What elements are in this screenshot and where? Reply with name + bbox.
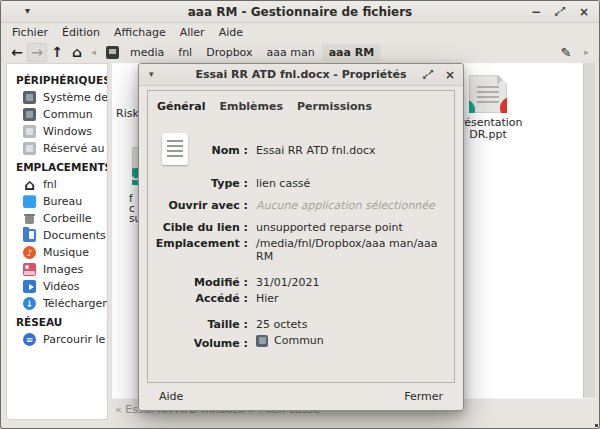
sidebar-item-reserve-au-syst[interactable]: Réservé au syst... <box>7 140 107 157</box>
sidebar-item-label: Windows <box>43 125 92 138</box>
dialog-maximize-button[interactable]: ↗↙ <box>421 68 435 82</box>
vertical-scrollbar[interactable] <box>583 63 595 398</box>
sidebar-header-peripheriques: PÉRIPHÉRIQUES <box>7 70 107 89</box>
sidebar-header-reseau: RÉSEAU <box>7 312 107 331</box>
forward-button[interactable]: → <box>27 43 47 62</box>
field-value-text: lien cassé <box>256 177 310 190</box>
home-icon: ⌂ <box>23 178 36 191</box>
field-row-volume: Volume :Commun <box>154 334 448 350</box>
help-button[interactable]: Aide <box>149 386 193 407</box>
dialog-title: Essai RR ATD fnl.docx - Propriétés <box>139 68 463 81</box>
close-dialog-button[interactable]: Fermer <box>394 386 453 407</box>
field-label-type: Type : <box>154 177 256 190</box>
sidebar-item-corbeille[interactable]: Corbeille <box>7 210 107 227</box>
sidebar-header-emplacements: EMPLACEMENTS <box>7 157 107 176</box>
breadcrumb-aaa-man[interactable]: aaa man <box>260 44 322 61</box>
field-value-size: 25 octets <box>256 318 307 331</box>
dialog-fields: Nom :Essai RR ATD fnl.docxType :lien cas… <box>148 118 454 350</box>
dialog-menu-icon[interactable]: ▾ <box>149 69 154 79</box>
field-row-link-target: Cible du lien :unsupported reparse point <box>154 221 448 234</box>
field-label-volume: Volume : <box>154 337 256 350</box>
sidebar-item-label: Réservé au syst... <box>43 142 107 155</box>
window-titlebar: ▾ aaa RM - Gestionnaire de fichiers − ↗↙… <box>1 1 599 23</box>
sidebar-item-label: Bureau <box>43 195 82 208</box>
restore-icon: ↗↙ <box>554 6 566 18</box>
network-icon: ≡ <box>23 333 36 346</box>
breadcrumb-media[interactable]: media <box>123 44 171 61</box>
menu-aide[interactable]: Aide <box>212 24 250 41</box>
breadcrumb-scroll-left-icon[interactable]: ◂ <box>87 43 100 62</box>
sidebar-item-label: Système de fich... <box>43 91 107 104</box>
dialog-footer: Aide Fermer <box>139 383 463 410</box>
menu-fichier[interactable]: Fichier <box>5 24 55 41</box>
up-button[interactable]: ↑ <box>47 43 67 62</box>
field-value-text: Essai RR ATD fnl.docx <box>256 144 376 157</box>
field-value-text: Aucune application sélectionnée <box>256 199 435 212</box>
drive-light-icon <box>23 142 36 155</box>
close-button[interactable]: × <box>577 5 591 19</box>
download-icon: ↓ <box>23 297 36 310</box>
sidebar-item-label: Corbeille <box>43 212 92 225</box>
breadcrumb-scroll-right-icon[interactable]: ▸ <box>580 43 593 62</box>
toolbar: ← → ↑ ⌂ ◂ mediafnlDropboxaaa manaaa RM ✎… <box>1 41 599 63</box>
sidebar-item-fnl[interactable]: ⌂fnl <box>7 176 107 193</box>
breadcrumb-fnl[interactable]: fnl <box>171 44 199 61</box>
home-button[interactable]: ⌂ <box>67 43 87 62</box>
field-label-link-target: Cible du lien : <box>154 221 256 234</box>
file-manager-window: ▾ aaa RM - Gestionnaire de fichiers − ↗↙… <box>0 0 600 429</box>
sidebar-item-videos[interactable]: Vidéos <box>7 278 107 295</box>
field-value-name: Essai RR ATD fnl.docx <box>256 144 376 157</box>
desktop-icon <box>23 195 36 208</box>
sidebar-item-documents[interactable]: Documents <box>7 227 107 244</box>
sidebar-item-systeme-de-fich[interactable]: Système de fich... <box>7 89 107 106</box>
breadcrumb-aaa-rm[interactable]: aaa RM <box>322 44 382 61</box>
window-menu-icon[interactable]: ▾ <box>25 5 30 16</box>
minimize-button[interactable]: − <box>529 5 543 19</box>
sidebar-item-windows[interactable]: Windows <box>7 123 107 140</box>
sidebar-item-parcourir-le-rese[interactable]: ≡Parcourir le rése... <box>7 331 107 348</box>
document-icon: ↪ × <box>469 75 507 113</box>
field-label-size: Taille : <box>154 318 256 331</box>
edit-path-button[interactable]: ✎ <box>556 43 576 62</box>
menu-aller[interactable]: Aller <box>173 24 212 41</box>
file-type-icon <box>162 133 188 165</box>
drive-light-icon <box>23 125 36 138</box>
dialog-titlebar: ▾ Essai RR ATD fnl.docx - Propriétés ↗↙ … <box>139 64 463 86</box>
sidebar-item-label: Téléchargements <box>43 297 107 310</box>
tab-general[interactable]: Général <box>152 98 210 115</box>
menu-edition[interactable]: Édition <box>55 24 107 41</box>
back-button[interactable]: ← <box>7 43 27 62</box>
field-value-text: /media/fnl/Dropbox/aaa man/aaa RM <box>256 237 448 263</box>
breadcrumb-dropbox[interactable]: Dropbox <box>199 44 259 61</box>
sidebar-item-bureau[interactable]: Bureau <box>7 193 107 210</box>
sidebar-item-commun[interactable]: Commun <box>7 106 107 123</box>
maximize-button[interactable]: ↗↙ <box>553 5 567 19</box>
drive-dark-icon <box>23 91 36 104</box>
folder-icon <box>23 229 36 242</box>
field-label-accessed: Accédé : <box>154 292 256 305</box>
field-value-type: lien cassé <box>256 177 310 190</box>
restore-icon: ↗↙ <box>422 69 434 81</box>
sidebar-item-images[interactable]: Images <box>7 261 107 278</box>
resize-grip[interactable] <box>595 424 598 427</box>
image-icon <box>23 263 36 276</box>
breadcrumb: mediafnlDropboxaaa manaaa RM <box>123 44 381 61</box>
field-row-open-with: Ouvrir avec :Aucune application sélectio… <box>154 199 448 212</box>
field-value-accessed: Hier <box>256 292 279 305</box>
media-drive-icon <box>106 46 119 59</box>
field-row-location: Emplacement :/media/fnl/Dropbox/aaa man/… <box>154 237 448 263</box>
dialog-notebook: GénéralEmblèmesPermissions Nom :Essai RR… <box>147 90 455 383</box>
field-label-location: Emplacement : <box>154 237 256 250</box>
sidebar-item-musique[interactable]: ♪Musique <box>7 244 107 261</box>
volume-drive-icon <box>256 335 268 347</box>
tab-emblemes[interactable]: Emblèmes <box>214 98 288 115</box>
field-value-location: /media/fnl/Dropbox/aaa man/aaa RM <box>256 237 448 263</box>
sidebar-item-label: fnl <box>43 178 57 191</box>
sidebar-item-telechargements[interactable]: ↓Téléchargements <box>7 295 107 312</box>
field-value-modified: 31/01/2021 <box>256 276 319 289</box>
window-title: aaa RM - Gestionnaire de fichiers <box>1 5 599 19</box>
menu-affichage[interactable]: Affichage <box>107 24 173 41</box>
tab-permissions[interactable]: Permissions <box>292 98 377 115</box>
dialog-close-button[interactable]: × <box>443 68 457 82</box>
sidebar-item-label: Commun <box>43 108 93 121</box>
